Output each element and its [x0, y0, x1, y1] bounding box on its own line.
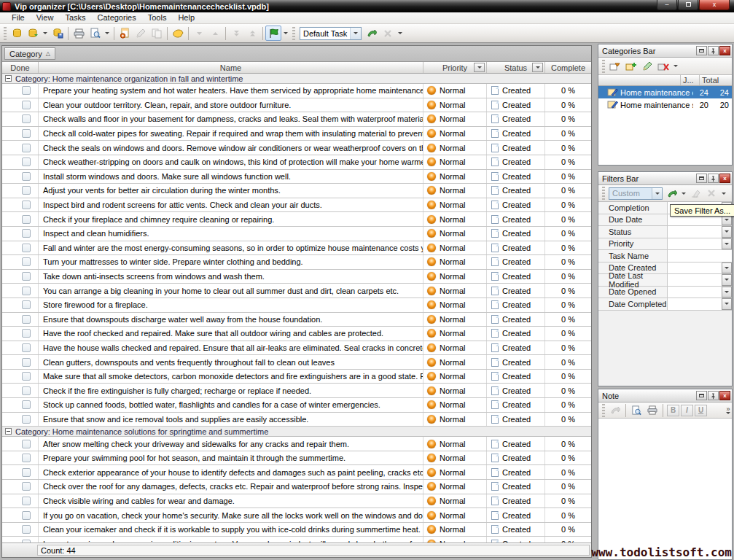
- category-list-item[interactable]: Home maintenance orga 24 24: [598, 86, 732, 98]
- task-row[interactable]: Have the roof checked and repaired. Make…: [2, 327, 591, 341]
- task-row[interactable]: Ensure that snow and ice removal tools a…: [2, 413, 591, 427]
- task-row[interactable]: Check all cold-water pipes for sweating.…: [2, 127, 591, 141]
- done-checkbox[interactable]: [22, 229, 31, 238]
- menu-categories[interactable]: Categories: [92, 12, 142, 23]
- done-checkbox[interactable]: [22, 86, 31, 95]
- filter-value-field[interactable]: [668, 274, 722, 286]
- combo-dropdown-button[interactable]: [652, 188, 662, 199]
- clear-filter-button[interactable]: [687, 186, 703, 201]
- filter-dropdown-button[interactable]: [722, 298, 732, 310]
- filter-criterion-row[interactable]: Date Completed: [598, 298, 732, 311]
- task-row[interactable]: If you go on vacation, check your home's…: [2, 508, 591, 523]
- done-checkbox[interactable]: [22, 468, 31, 477]
- task-row[interactable]: Prepare your heating system and hot wate…: [2, 84, 591, 98]
- status-filter-button[interactable]: [532, 63, 543, 72]
- panel-pin-button[interactable]: [708, 391, 719, 400]
- move-up-button[interactable]: [207, 26, 223, 41]
- done-checkbox[interactable]: [22, 482, 31, 491]
- filter-value-field[interactable]: [668, 226, 722, 238]
- column-header-priority[interactable]: Priority: [423, 62, 487, 73]
- done-checkbox[interactable]: [22, 300, 31, 309]
- done-checkbox[interactable]: [22, 511, 31, 520]
- filter-dropdown-button[interactable]: [722, 274, 732, 286]
- open-database-dropdown[interactable]: [41, 26, 50, 41]
- done-checkbox[interactable]: [22, 440, 31, 448]
- save-database-button[interactable]: [50, 26, 66, 41]
- move-bottom-button[interactable]: [228, 26, 244, 41]
- filters-toolbar-dropdown[interactable]: [719, 186, 728, 201]
- panel-pin-button[interactable]: [708, 174, 719, 183]
- task-row[interactable]: Inspect, service and prepare air conditi…: [2, 537, 591, 542]
- menu-tools[interactable]: Tools: [142, 12, 173, 23]
- done-checkbox[interactable]: [22, 415, 31, 424]
- task-row[interactable]: Clean your icemaker and check if it is w…: [2, 523, 591, 537]
- task-row[interactable]: Adjust your vents for better air circula…: [2, 184, 591, 198]
- column-header-complete[interactable]: Complete: [545, 62, 591, 73]
- move-to-category-button[interactable]: [607, 58, 623, 74]
- toolbar-grip[interactable]: [602, 60, 605, 73]
- filter-value-field[interactable]: [668, 262, 722, 274]
- panel-restore-button[interactable]: [696, 391, 707, 400]
- save-filter-dropdown[interactable]: [680, 186, 687, 201]
- filter-dropdown-button[interactable]: [722, 262, 732, 274]
- note-toolbar-overflow[interactable]: »: [726, 406, 730, 414]
- delete-category-button[interactable]: [655, 58, 671, 74]
- task-row[interactable]: Check visible wiring and cables for wear…: [2, 494, 591, 509]
- toolbar-grip[interactable]: [602, 404, 605, 417]
- panel-close-button[interactable]: x: [719, 46, 730, 55]
- done-checkbox[interactable]: [22, 172, 31, 181]
- categories-column-total[interactable]: Total: [700, 75, 732, 85]
- column-header-status[interactable]: Status: [487, 62, 545, 73]
- filter-dropdown-button[interactable]: [722, 226, 732, 238]
- done-checkbox[interactable]: [22, 186, 31, 195]
- panel-close-button[interactable]: x: [719, 391, 730, 400]
- filter-preset-combobox[interactable]: Custom: [609, 187, 663, 200]
- filter-value-field[interactable]: [668, 298, 722, 310]
- task-row[interactable]: Fall and winter are the most energy-cons…: [2, 241, 591, 256]
- apply-template-button[interactable]: [364, 26, 380, 41]
- done-checkbox[interactable]: [22, 257, 31, 266]
- done-checkbox[interactable]: [22, 272, 31, 281]
- minimize-button[interactable]: –: [657, 0, 677, 10]
- move-down-button[interactable]: [191, 26, 207, 41]
- filter-criterion-row[interactable]: Task Name: [598, 250, 732, 262]
- filter-criterion-row[interactable]: Status: [598, 226, 732, 238]
- delete-filter-button[interactable]: [703, 186, 719, 201]
- task-row[interactable]: Clean gutters, downspouts and vents freq…: [2, 355, 591, 370]
- task-row[interactable]: Prepare your swimming pool for hot seaso…: [2, 451, 591, 466]
- done-checkbox[interactable]: [22, 372, 31, 381]
- menu-file[interactable]: File: [6, 12, 31, 23]
- edit-task-button[interactable]: [133, 26, 149, 41]
- underline-button[interactable]: U: [695, 405, 707, 416]
- notifications-toggle[interactable]: [265, 26, 281, 41]
- save-filter-button[interactable]: [664, 186, 680, 201]
- done-checkbox[interactable]: [22, 114, 31, 123]
- task-row[interactable]: Stock up canned foods, bottled water, fl…: [2, 398, 591, 413]
- done-checkbox[interactable]: [22, 497, 31, 505]
- column-header-done[interactable]: Done: [2, 62, 39, 73]
- print-button[interactable]: [71, 26, 87, 41]
- task-row[interactable]: Check the seals on windows and doors. Re…: [2, 141, 591, 155]
- task-row[interactable]: Ensure that downspouts discharge water w…: [2, 313, 591, 327]
- done-checkbox[interactable]: [22, 343, 31, 352]
- task-row[interactable]: Install storm windows and doors. Make su…: [2, 170, 591, 184]
- category-group-row[interactable]: Category: Home maintenance solutions for…: [2, 427, 591, 437]
- group-by-category-button[interactable]: Category △: [4, 47, 55, 60]
- toolbar-overflow-dropdown[interactable]: [396, 26, 405, 41]
- delete-template-button[interactable]: [380, 26, 396, 41]
- done-checkbox[interactable]: [22, 158, 31, 166]
- filter-dropdown-button[interactable]: [722, 238, 732, 250]
- edit-category-button[interactable]: [639, 58, 655, 74]
- task-row[interactable]: Clean your outdoor territory. Clean, rep…: [2, 98, 591, 113]
- new-task-button[interactable]: [117, 26, 133, 41]
- done-checkbox[interactable]: [22, 400, 31, 409]
- bold-button[interactable]: B: [667, 405, 679, 416]
- note-preview-button[interactable]: [628, 402, 644, 418]
- menu-view[interactable]: View: [31, 12, 60, 23]
- task-row[interactable]: Check over the roof for any damages, def…: [2, 480, 591, 494]
- priority-filter-button[interactable]: [474, 63, 485, 72]
- task-row[interactable]: After snow melting check your driveway a…: [2, 437, 591, 451]
- menu-help[interactable]: Help: [172, 12, 200, 23]
- menu-tasks[interactable]: Tasks: [59, 12, 91, 23]
- task-row[interactable]: Check walls and floor in your basement f…: [2, 112, 591, 127]
